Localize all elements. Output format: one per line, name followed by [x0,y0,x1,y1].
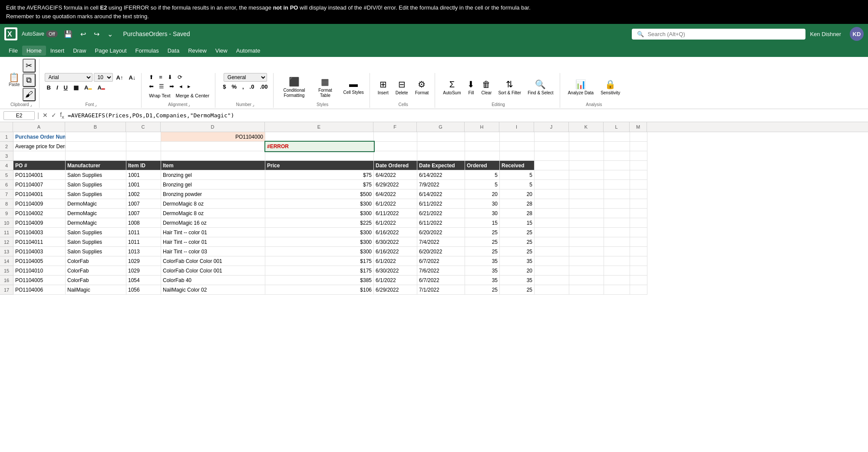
align-right-button[interactable]: ➡ [167,82,176,90]
cell-B9[interactable]: DermoMagic [66,209,126,218]
cell-E3[interactable] [265,151,374,161]
menu-home[interactable]: Home [22,46,46,56]
cell-E7[interactable]: $500 [265,189,374,199]
cell-J6[interactable] [535,180,569,189]
cell-F6[interactable]: 6/29/2022 [374,180,417,189]
cell-C11[interactable]: 1011 [126,228,161,237]
cell-reference-box[interactable] [3,111,35,120]
cell-F11[interactable]: 6/16/2022 [374,228,417,237]
cell-J15[interactable] [535,266,569,276]
cell-A5[interactable]: PO1104001 [13,170,66,180]
cell-H7[interactable]: 20 [465,189,500,199]
cell-D12[interactable]: Hair Tint -- color 01 [161,237,265,247]
align-bottom-button[interactable]: ⬇ [165,73,175,81]
cell-I1[interactable] [500,132,535,142]
cell-F14[interactable]: 6/1/2022 [374,256,417,266]
cell-K9[interactable] [569,209,604,218]
cell-C13[interactable]: 1013 [126,247,161,256]
cell-J4[interactable] [535,161,569,170]
cell-B4[interactable]: Manufacturer [66,161,126,170]
col-header-H[interactable]: H [465,122,499,132]
border-button[interactable]: ▦ [71,84,81,91]
cell-F13[interactable]: 6/16/2022 [374,247,417,256]
confirm-formula-button[interactable]: ✓ [50,110,57,120]
font-size-select[interactable]: 10 [94,73,113,82]
cell-J1[interactable] [535,132,569,142]
formula-input[interactable] [68,112,865,119]
cell-B2[interactable] [66,142,126,151]
cell-B16[interactable]: ColorFab [66,276,126,285]
row-header-7[interactable]: 7 [0,189,13,199]
cell-A2[interactable]: Average price for DermoMagic items in PO… [13,142,66,151]
cell-D3[interactable] [161,151,265,161]
cell-I6[interactable]: 5 [500,180,535,189]
cell-I2[interactable] [500,142,535,151]
cell-H2[interactable] [465,142,500,151]
cell-K3[interactable] [569,151,604,161]
cell-D16[interactable]: ColorFab 40 [161,276,265,285]
row-header-14[interactable]: 14 [0,256,13,266]
menu-automate[interactable]: Automate [232,46,265,56]
cell-J14[interactable] [535,256,569,266]
cut-button[interactable]: ✂ [23,59,36,73]
user-avatar[interactable]: KD [850,27,864,41]
cell-C1[interactable] [126,132,161,142]
accounting-button[interactable]: $ [221,83,228,90]
copy-button[interactable]: ⧉ [23,73,36,87]
row-header-8[interactable]: 8 [0,199,13,209]
alignment-expand-icon[interactable]: ⌟ [188,102,190,107]
analyze-data-button[interactable]: 📊 Analyze Data [565,78,596,96]
cell-A13[interactable]: PO1104003 [13,247,66,256]
cell-D9[interactable]: DermoMagic 8 oz [161,209,265,218]
undo-button[interactable]: ↩ [79,28,88,40]
cell-K16[interactable] [569,276,604,285]
cell-I5[interactable]: 5 [500,170,535,180]
cell-M1[interactable] [630,132,647,142]
cell-F15[interactable]: 6/30/2022 [374,266,417,276]
cell-J13[interactable] [535,247,569,256]
cell-B8[interactable]: DermoMagic [66,199,126,209]
cell-C4[interactable]: Item ID [126,161,161,170]
cell-I8[interactable]: 28 [500,199,535,209]
menu-insert[interactable]: Insert [46,46,69,56]
cell-C6[interactable]: 1001 [126,180,161,189]
cell-K10[interactable] [569,218,604,228]
row-header-9[interactable]: 9 [0,209,13,218]
clear-button[interactable]: 🗑 Clear [479,78,494,96]
cell-M14[interactable] [630,256,647,266]
cell-I4[interactable]: Received [500,161,535,170]
cell-E11[interactable]: $300 [265,228,374,237]
col-header-G[interactable]: G [417,122,465,132]
cell-J12[interactable] [535,237,569,247]
cell-K5[interactable] [569,170,604,180]
cell-J2[interactable] [535,142,569,151]
cell-F10[interactable]: 6/1/2022 [374,218,417,228]
align-center-button[interactable]: ☰ [157,82,166,90]
row-header-16[interactable]: 16 [0,276,13,285]
cell-A12[interactable]: PO1104011 [13,237,66,247]
cell-B7[interactable]: Salon Supplies [66,189,126,199]
cell-M16[interactable] [630,276,647,285]
menu-review[interactable]: Review [184,46,211,56]
percent-button[interactable]: % [229,83,239,90]
cell-C8[interactable]: 1007 [126,199,161,209]
row-header-5[interactable]: 5 [0,170,13,180]
cell-F2[interactable] [374,142,417,151]
cell-G17[interactable]: 7/1/2022 [417,285,465,295]
cell-E9[interactable]: $300 [265,209,374,218]
align-top-button[interactable]: ⬆ [147,73,156,81]
cell-G16[interactable]: 6/7/2022 [417,276,465,285]
font-expand-icon[interactable]: ⌟ [95,102,97,107]
cell-D8[interactable]: DermoMagic 8 oz [161,199,265,209]
cell-A14[interactable]: PO1104005 [13,256,66,266]
redo-button[interactable]: ↪ [92,28,101,40]
cell-E8[interactable]: $300 [265,199,374,209]
cell-C5[interactable]: 1001 [126,170,161,180]
cell-H17[interactable]: 25 [465,285,500,295]
sensitivity-button[interactable]: 🔒 Sensitivity [598,78,623,96]
cell-L1[interactable] [604,132,630,142]
cell-L8[interactable] [604,199,630,209]
cell-I17[interactable]: 25 [500,285,535,295]
cell-E10[interactable]: $225 [265,218,374,228]
cell-E6[interactable]: $75 [265,180,374,189]
